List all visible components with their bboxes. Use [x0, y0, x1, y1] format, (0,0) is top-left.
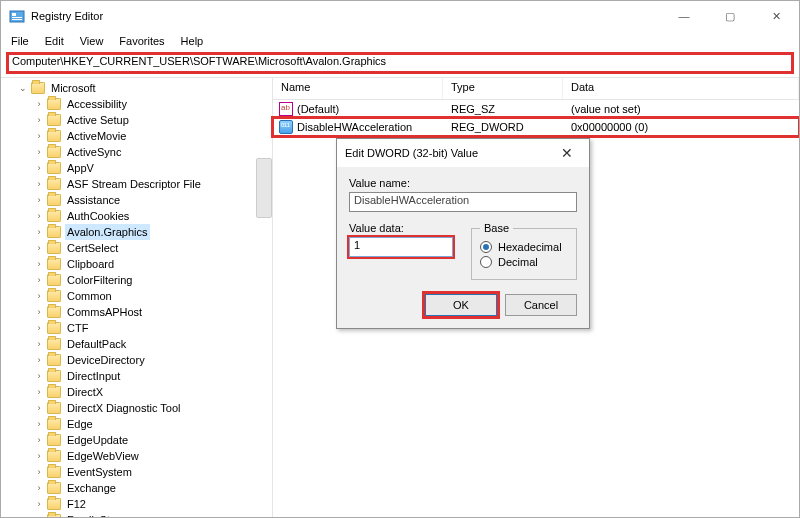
- col-data[interactable]: Data: [563, 78, 799, 99]
- expand-icon[interactable]: ›: [33, 290, 45, 302]
- tree-label: EdgeUpdate: [65, 432, 130, 448]
- string-icon: [279, 102, 293, 116]
- expand-icon[interactable]: ›: [33, 226, 45, 238]
- expand-icon[interactable]: ›: [33, 210, 45, 222]
- tree-scrollbar[interactable]: [256, 158, 272, 218]
- tree-label: ActiveMovie: [65, 128, 128, 144]
- tree-node[interactable]: ›Avalon.Graphics: [33, 224, 272, 240]
- list-header: Name Type Data: [273, 78, 799, 100]
- radio-hex-label: Hexadecimal: [498, 241, 562, 253]
- tree-node[interactable]: ›CertSelect: [33, 240, 272, 256]
- tree-node[interactable]: ›DeviceDirectory: [33, 352, 272, 368]
- tree-node[interactable]: ›AuthCookies: [33, 208, 272, 224]
- expand-icon[interactable]: ›: [33, 450, 45, 462]
- expand-icon[interactable]: ›: [33, 258, 45, 270]
- menu-view[interactable]: View: [74, 34, 110, 48]
- tree-node[interactable]: ›DirectX: [33, 384, 272, 400]
- expand-icon[interactable]: ›: [33, 386, 45, 398]
- expand-icon[interactable]: ›: [33, 242, 45, 254]
- tree-node[interactable]: ›EventSystem: [33, 464, 272, 480]
- tree-label: F12: [65, 496, 88, 512]
- tree-node[interactable]: ›ActiveSync: [33, 144, 272, 160]
- expand-icon[interactable]: ›: [33, 338, 45, 350]
- radio-decimal[interactable]: Decimal: [480, 256, 568, 268]
- tree-node[interactable]: ›Edge: [33, 416, 272, 432]
- menu-help[interactable]: Help: [175, 34, 210, 48]
- expand-icon[interactable]: ›: [33, 194, 45, 206]
- cancel-button[interactable]: Cancel: [505, 294, 577, 316]
- expand-icon[interactable]: ›: [33, 354, 45, 366]
- tree-node[interactable]: ›FamilyStore: [33, 512, 272, 517]
- dialog-close-button[interactable]: ✕: [553, 145, 581, 161]
- tree-node[interactable]: ›DefaultPack: [33, 336, 272, 352]
- menu-file[interactable]: File: [5, 34, 35, 48]
- tree-node[interactable]: ›CommsAPHost: [33, 304, 272, 320]
- col-name[interactable]: Name: [273, 78, 443, 99]
- expand-icon[interactable]: ›: [33, 98, 45, 110]
- tree-node[interactable]: ›Accessibility: [33, 96, 272, 112]
- folder-icon: [47, 258, 61, 270]
- expand-icon[interactable]: ›: [33, 146, 45, 158]
- titlebar[interactable]: Registry Editor — ▢ ✕: [1, 1, 799, 31]
- menu-favorites[interactable]: Favorites: [113, 34, 170, 48]
- svg-rect-2: [12, 17, 22, 18]
- tree-node[interactable]: ›DirectX Diagnostic Tool: [33, 400, 272, 416]
- tree-node[interactable]: ›Assistance: [33, 192, 272, 208]
- col-type[interactable]: Type: [443, 78, 563, 99]
- minimize-button[interactable]: —: [661, 1, 707, 31]
- tree-node[interactable]: ›DirectInput: [33, 368, 272, 384]
- expand-icon[interactable]: ›: [33, 482, 45, 494]
- menu-edit[interactable]: Edit: [39, 34, 70, 48]
- tree-pane[interactable]: ⌄ Microsoft ›Accessibility›Active Setup›…: [1, 78, 273, 517]
- close-button[interactable]: ✕: [753, 1, 799, 31]
- expand-icon[interactable]: ›: [33, 130, 45, 142]
- radio-dot-icon: [480, 256, 492, 268]
- dialog-titlebar[interactable]: Edit DWORD (32-bit) Value ✕: [337, 139, 589, 167]
- expand-icon[interactable]: ›: [33, 434, 45, 446]
- expand-icon[interactable]: ›: [33, 418, 45, 430]
- expand-icon[interactable]: ›: [33, 306, 45, 318]
- expand-icon[interactable]: ›: [33, 466, 45, 478]
- tree-node-microsoft[interactable]: ⌄ Microsoft: [17, 80, 272, 96]
- tree-label: DirectX: [65, 384, 105, 400]
- expand-icon[interactable]: ›: [33, 114, 45, 126]
- tree-node[interactable]: ›Clipboard: [33, 256, 272, 272]
- tree-node[interactable]: ›EdgeUpdate: [33, 432, 272, 448]
- folder-icon: [47, 498, 61, 510]
- ok-button[interactable]: OK: [425, 294, 497, 316]
- base-group: Base Hexadecimal Decimal: [471, 222, 577, 280]
- tree-node[interactable]: ›F12: [33, 496, 272, 512]
- tree-label: Clipboard: [65, 256, 116, 272]
- folder-icon: [47, 322, 61, 334]
- collapse-icon[interactable]: ⌄: [17, 82, 29, 94]
- tree-node[interactable]: ›Exchange: [33, 480, 272, 496]
- radio-hexadecimal[interactable]: Hexadecimal: [480, 241, 568, 253]
- tree-node[interactable]: ›Active Setup: [33, 112, 272, 128]
- expand-icon[interactable]: ›: [33, 274, 45, 286]
- tree-node[interactable]: ›ASF Stream Descriptor File: [33, 176, 272, 192]
- expand-icon[interactable]: ›: [33, 162, 45, 174]
- window-buttons: — ▢ ✕: [661, 1, 799, 31]
- list-row[interactable]: (Default)REG_SZ(value not set): [273, 100, 799, 118]
- maximize-button[interactable]: ▢: [707, 1, 753, 31]
- expand-icon[interactable]: ›: [33, 322, 45, 334]
- expand-icon[interactable]: ›: [33, 402, 45, 414]
- folder-icon: [47, 210, 61, 222]
- expand-icon[interactable]: ›: [33, 498, 45, 510]
- tree-node[interactable]: ›CTF: [33, 320, 272, 336]
- value-name-field[interactable]: DisableHWAcceleration: [349, 192, 577, 212]
- list-row[interactable]: DisableHWAccelerationREG_DWORD0x00000000…: [273, 118, 799, 136]
- tree-node[interactable]: ›ColorFiltering: [33, 272, 272, 288]
- value-data-input[interactable]: 1: [349, 237, 453, 257]
- address-bar[interactable]: Computer\HKEY_CURRENT_USER\SOFTWARE\Micr…: [7, 53, 793, 73]
- tree-label: CommsAPHost: [65, 304, 144, 320]
- tree-node[interactable]: ›AppV: [33, 160, 272, 176]
- expand-icon[interactable]: ›: [33, 370, 45, 382]
- tree-node[interactable]: ›ActiveMovie: [33, 128, 272, 144]
- tree-label: EdgeWebView: [65, 448, 141, 464]
- folder-icon: [47, 466, 61, 478]
- tree-node[interactable]: ›Common: [33, 288, 272, 304]
- expand-icon[interactable]: ›: [33, 514, 45, 517]
- expand-icon[interactable]: ›: [33, 178, 45, 190]
- tree-node[interactable]: ›EdgeWebView: [33, 448, 272, 464]
